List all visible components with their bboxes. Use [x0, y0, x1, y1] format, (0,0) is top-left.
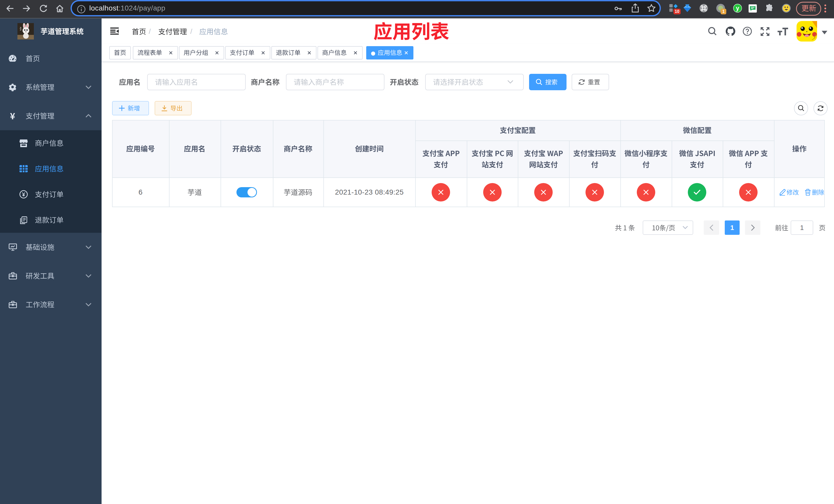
- svg-text:y: y: [736, 5, 739, 12]
